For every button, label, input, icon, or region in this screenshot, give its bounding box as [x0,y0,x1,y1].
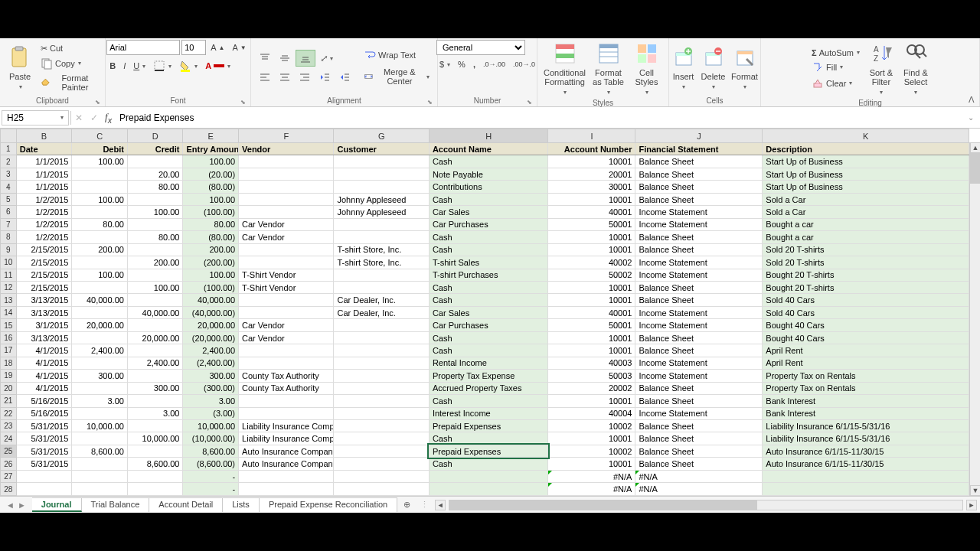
cell-H25[interactable]: Prepaid Expenses▾ [429,445,548,457]
cell-G25[interactable] [334,445,429,457]
font-size-select[interactable] [181,40,206,55]
cell-E21[interactable]: 3.00 [183,395,239,407]
cell-I27[interactable]: #N/A [548,470,635,482]
cell-E3[interactable]: (20.00) [183,168,239,180]
cell-C5[interactable]: 100.00 [72,193,128,205]
cell-K28[interactable] [763,483,969,496]
cell-E18[interactable]: (2,400.00) [183,357,239,369]
cell-C16[interactable] [72,331,128,344]
cell-C10[interactable] [72,256,128,269]
cell-B9[interactable]: 2/15/2015 [16,243,72,256]
cell-J1[interactable]: Financial Statement [635,143,763,155]
vscroll-thumb[interactable] [970,153,980,184]
comma-format-button[interactable]: , [470,58,479,70]
cell-C7[interactable]: 80.00 [72,218,128,230]
row-header-23[interactable]: 23 [1,419,17,432]
cell-C28[interactable] [72,483,128,496]
cell-K8[interactable]: Bought a car [763,231,969,243]
cell-H3[interactable]: Note Payable [429,168,548,180]
sheet-tab-account detail[interactable]: Account Detail [149,497,223,512]
row-header-18[interactable]: 18 [1,357,17,369]
scroll-up-button[interactable]: ▲ [970,142,980,153]
cell-H27[interactable] [429,470,548,482]
cell-B17[interactable]: 4/1/2015 [16,344,72,357]
cell-B24[interactable]: 5/31/2015 [16,432,72,445]
cell-D7[interactable] [127,218,183,230]
cell-F8[interactable]: Car Vendor [239,231,334,243]
cell-J26[interactable]: Balance Sheet [635,458,763,470]
cell-I6[interactable]: 40001 [548,206,635,218]
cell-E24[interactable]: (10,000.00) [183,432,239,445]
cell-F11[interactable]: T-Shirt Vendor [239,269,334,281]
cell-I19[interactable]: 50003 [548,370,635,382]
cell-E22[interactable]: (3.00) [183,407,239,419]
cell-B1[interactable]: Date [16,143,72,155]
cell-G7[interactable] [334,218,429,230]
cell-J8[interactable]: Balance Sheet [635,231,763,243]
cell-E6[interactable]: (100.00) [183,206,239,218]
cell-I21[interactable]: 10001 [548,395,635,407]
cell-F27[interactable] [239,470,334,482]
cell-D21[interactable] [127,395,183,407]
cell-K5[interactable]: Sold a Car [763,193,969,205]
cell-B27[interactable] [16,470,72,482]
cell-B28[interactable] [16,483,72,496]
cell-K7[interactable]: Bought a car [763,218,969,230]
cell-H9[interactable]: Cash [429,243,548,256]
cell-B3[interactable]: 1/1/2015 [16,168,72,180]
cell-J11[interactable]: Income Statement [635,269,763,281]
cell-G28[interactable] [334,483,429,496]
cell-E26[interactable]: (8,600.00) [183,458,239,470]
cell-J23[interactable]: Balance Sheet [635,419,763,432]
sheet-nav-next[interactable]: ► [18,500,26,510]
cell-I28[interactable]: #N/A [548,483,635,496]
cell-B26[interactable]: 5/31/2015 [16,458,72,470]
cell-I10[interactable]: 40002 [548,256,635,269]
cell-C15[interactable]: 20,000.00 [72,319,128,331]
cell-C21[interactable]: 3.00 [72,395,128,407]
cell-F10[interactable] [239,256,334,269]
cell-I9[interactable]: 10001 [548,243,635,256]
cell-H21[interactable]: Cash [429,395,548,407]
cell-F12[interactable]: T-Shirt Vendor [239,281,334,293]
cell-I2[interactable]: 10001 [548,155,635,168]
align-right-button[interactable] [296,70,314,85]
number-format-select[interactable]: General [436,40,525,55]
cell-I12[interactable]: 10001 [548,281,635,293]
row-header-8[interactable]: 8 [1,231,17,243]
cell-J14[interactable]: Income Statement [635,306,763,318]
cell-H6[interactable]: Car Sales [429,206,548,218]
row-header-1[interactable]: 1 [1,143,17,155]
cell-K17[interactable]: April Rent [763,344,969,357]
column-header-K[interactable]: K [763,129,969,143]
increase-decimal-button[interactable]: .0→.00 [480,59,508,70]
cell-K26[interactable]: Auto Insurance 6/1/15-11/30/15 [763,458,969,470]
cell-B23[interactable]: 5/31/2015 [16,419,72,432]
sheet-tab-lists[interactable]: Lists [223,497,260,512]
cell-D15[interactable] [127,319,183,331]
percent-format-button[interactable]: % [455,58,469,70]
cell-K24[interactable]: Liability Insurance 6/1/15-5/31/16 [763,432,969,445]
cell-H13[interactable]: Cash [429,294,548,306]
cell-F23[interactable]: Liability Insurance Company [239,419,334,432]
cell-J7[interactable]: Income Statement [635,218,763,230]
column-header-G[interactable]: G [334,129,429,143]
cell-G17[interactable] [334,344,429,357]
cell-C19[interactable]: 300.00 [72,370,128,382]
column-header-J[interactable]: J [635,129,763,143]
column-header-I[interactable]: I [548,129,635,143]
font-name-select[interactable] [106,40,180,55]
cell-G20[interactable] [334,382,429,394]
decrease-decimal-button[interactable]: .00→.0 [510,59,538,70]
row-header-12[interactable]: 12 [1,281,17,293]
cell-F16[interactable]: Car Vendor [239,331,334,344]
cell-B6[interactable]: 1/2/2015 [16,206,72,218]
cell-K27[interactable] [763,470,969,482]
cell-D27[interactable] [127,470,183,482]
cell-I16[interactable]: 10001 [548,331,635,344]
cell-D8[interactable]: 80.00 [127,231,183,243]
sort-filter-button[interactable]: AZSort & Filter▾ [865,40,897,97]
cell-F6[interactable] [239,206,334,218]
cell-C3[interactable] [72,168,128,180]
row-header-28[interactable]: 28 [1,483,17,496]
